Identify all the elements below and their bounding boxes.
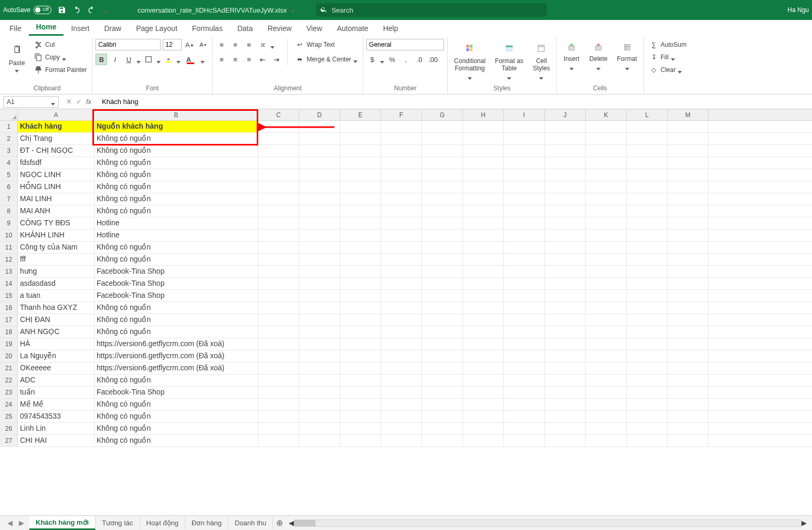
col-header-F[interactable]: F xyxy=(381,109,422,120)
cell[interactable] xyxy=(627,290,668,302)
row-header[interactable]: 15 xyxy=(0,290,18,302)
cell[interactable] xyxy=(545,326,586,338)
tab-data[interactable]: Data xyxy=(230,21,260,36)
align-bottom-icon[interactable]: ≡ xyxy=(243,39,255,50)
cell[interactable] xyxy=(381,387,422,398)
cell[interactable] xyxy=(545,242,586,253)
row-header[interactable]: 2 xyxy=(0,133,18,144)
cell[interactable]: tuấn xyxy=(18,387,94,398)
cell[interactable]: Không có nguồn xyxy=(94,205,258,217)
cell[interactable] xyxy=(668,290,709,302)
cell[interactable] xyxy=(545,133,586,144)
cell[interactable] xyxy=(586,230,627,241)
decrease-font-icon[interactable]: A▼ xyxy=(197,39,209,50)
cell[interactable] xyxy=(627,157,668,169)
cell[interactable] xyxy=(586,217,627,229)
autosave-toggle[interactable] xyxy=(34,6,51,14)
cell[interactable] xyxy=(627,254,668,265)
cancel-formula-icon[interactable]: ✕ xyxy=(66,98,72,106)
cell[interactable] xyxy=(627,169,668,181)
cell[interactable] xyxy=(586,193,627,205)
cell[interactable] xyxy=(381,290,422,302)
scroll-right-icon[interactable]: ▶ xyxy=(802,519,807,527)
cell[interactable] xyxy=(504,205,545,217)
cell[interactable] xyxy=(422,205,463,217)
name-box[interactable]: A1 xyxy=(3,96,59,108)
cell[interactable] xyxy=(627,350,668,362)
cell[interactable] xyxy=(504,423,545,434)
cell[interactable] xyxy=(258,242,299,253)
row-header[interactable]: 18 xyxy=(0,326,18,338)
cell[interactable] xyxy=(668,350,709,362)
cell[interactable] xyxy=(340,350,381,362)
cell[interactable] xyxy=(627,314,668,326)
wrap-text-button[interactable]: ↩Wrap Text xyxy=(293,39,360,50)
cell[interactable] xyxy=(299,290,340,302)
decrease-indent-icon[interactable]: ⇤ xyxy=(257,54,268,65)
cell[interactable] xyxy=(340,278,381,289)
number-format-select[interactable] xyxy=(366,39,444,50)
cell[interactable] xyxy=(586,411,627,422)
row-header[interactable]: 11 xyxy=(0,242,18,253)
cell[interactable] xyxy=(463,399,504,410)
cell[interactable]: ĐT - CHỊ NGỌC xyxy=(18,145,94,157)
cell[interactable] xyxy=(545,399,586,410)
merge-center-button[interactable]: ⬌Merge & Center xyxy=(293,54,360,65)
cell[interactable] xyxy=(668,266,709,277)
cell[interactable]: asdasdasd xyxy=(18,278,94,289)
cell[interactable] xyxy=(299,302,340,314)
cell[interactable] xyxy=(504,217,545,229)
cell[interactable] xyxy=(258,435,299,446)
cell[interactable] xyxy=(381,254,422,265)
cell[interactable] xyxy=(340,230,381,241)
cell[interactable]: 0974543533 xyxy=(18,411,94,422)
cell[interactable]: CHI HAI xyxy=(18,435,94,446)
bold-button[interactable]: B xyxy=(96,54,107,65)
save-icon[interactable] xyxy=(57,5,67,15)
cell[interactable]: HỒNG LINH xyxy=(18,181,94,193)
borders-button[interactable] xyxy=(143,54,154,65)
cell[interactable] xyxy=(422,133,463,144)
cell[interactable] xyxy=(422,169,463,181)
row-header[interactable]: 9 xyxy=(0,217,18,229)
cell[interactable]: https://version6.getflycrm.com (Đã xoá) xyxy=(94,362,258,374)
cell[interactable] xyxy=(586,350,627,362)
clear-button[interactable]: ◇Clear xyxy=(647,64,689,76)
italic-button[interactable]: I xyxy=(109,54,121,65)
cell[interactable] xyxy=(299,338,340,350)
cell[interactable] xyxy=(381,217,422,229)
tab-home[interactable]: Home xyxy=(29,19,64,36)
decrease-decimal-icon[interactable]: .00 xyxy=(427,54,439,65)
cell[interactable] xyxy=(258,157,299,169)
cell[interactable] xyxy=(668,411,709,422)
cell[interactable] xyxy=(381,230,422,241)
cell[interactable] xyxy=(422,399,463,410)
cell[interactable] xyxy=(381,266,422,277)
cell[interactable] xyxy=(545,217,586,229)
formula-input[interactable] xyxy=(99,98,812,106)
col-header-A[interactable]: A xyxy=(18,109,94,120)
cell[interactable] xyxy=(299,411,340,422)
cell[interactable] xyxy=(422,350,463,362)
cell[interactable] xyxy=(586,387,627,398)
cell[interactable]: Nguồn khách hàng xyxy=(94,121,258,132)
cell[interactable] xyxy=(586,133,627,144)
cell[interactable] xyxy=(422,217,463,229)
cell[interactable]: Facebook-Tina Shop xyxy=(94,290,258,302)
sheet-nav-prev-icon[interactable]: ◀ xyxy=(5,518,15,528)
cell[interactable] xyxy=(668,193,709,205)
cell[interactable] xyxy=(422,314,463,326)
cell[interactable] xyxy=(545,314,586,326)
cell[interactable] xyxy=(545,290,586,302)
cell[interactable] xyxy=(299,423,340,434)
cell[interactable] xyxy=(299,133,340,144)
cell[interactable] xyxy=(463,217,504,229)
cell[interactable] xyxy=(627,423,668,434)
cell[interactable] xyxy=(299,157,340,169)
cell[interactable] xyxy=(463,157,504,169)
cell[interactable] xyxy=(422,435,463,446)
conditional-formatting-button[interactable]: Conditional Formatting xyxy=(451,39,489,79)
cell[interactable] xyxy=(586,302,627,314)
cell[interactable] xyxy=(299,254,340,265)
cell[interactable] xyxy=(545,278,586,289)
